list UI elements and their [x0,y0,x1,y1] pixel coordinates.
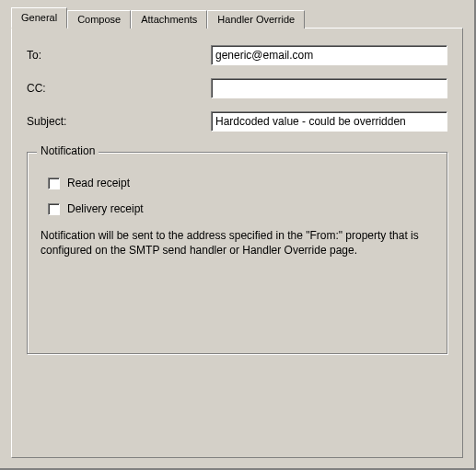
dialog-panel: General Compose Attachments Handler Over… [0,0,476,470]
row-read-receipt: Read receipt [48,177,434,189]
tab-compose[interactable]: Compose [67,10,131,29]
checkbox-read-receipt[interactable] [48,178,60,189]
label-cc: CC: [27,82,211,95]
label-subject: Subject: [27,115,211,128]
label-to: To: [27,49,211,62]
tab-attachments[interactable]: Attachments [131,10,207,29]
input-subject[interactable] [211,111,447,132]
row-to: To: [27,45,447,65]
label-read-receipt[interactable]: Read receipt [67,177,130,189]
input-cc[interactable] [211,78,447,98]
row-subject: Subject: [27,111,447,132]
tab-general[interactable]: General [11,7,67,29]
notification-description: Notification will be sent to the address… [41,228,434,258]
input-to[interactable] [211,45,447,65]
tab-panel-general: To: CC: Subject: Notification Read recei… [11,28,463,458]
row-cc: CC: [27,78,447,98]
tab-strip: General Compose Attachments Handler Over… [11,7,463,28]
row-delivery-receipt: Delivery receipt [48,202,434,215]
checkbox-delivery-receipt[interactable] [48,203,60,215]
tab-handler-override[interactable]: Handler Override [207,10,305,29]
groupbox-legend: Notification [37,144,99,157]
label-delivery-receipt[interactable]: Delivery receipt [67,202,144,215]
groupbox-notification: Notification Read receipt Delivery recei… [27,152,447,354]
